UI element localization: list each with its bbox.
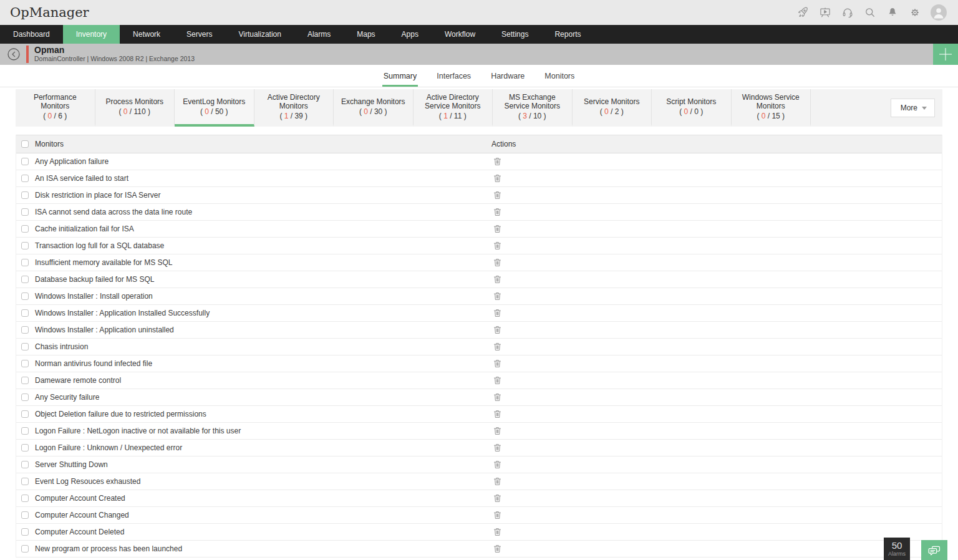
- delete-trash-icon[interactable]: [493, 275, 501, 284]
- settings-gear-icon[interactable]: [908, 6, 921, 19]
- delete-trash-icon[interactable]: [493, 191, 501, 200]
- nav-item[interactable]: Servers: [173, 25, 225, 44]
- row-checkbox[interactable]: [21, 478, 29, 485]
- delete-trash-icon[interactable]: [493, 410, 501, 418]
- more-button[interactable]: More: [891, 99, 935, 117]
- table-row: Windows Installer : Application uninstal…: [16, 322, 942, 339]
- delete-trash-icon[interactable]: [493, 157, 501, 166]
- delete-trash-icon[interactable]: [493, 460, 501, 469]
- device-subtitle: DomainController | Windows 2008 R2 | Exc…: [34, 55, 195, 63]
- nav-item[interactable]: Maps: [344, 25, 388, 44]
- delete-trash-icon[interactable]: [493, 359, 501, 368]
- row-checkbox[interactable]: [21, 276, 29, 283]
- monitor-tab-label: Active Directory Service Monitors: [417, 93, 489, 110]
- monitor-tab[interactable]: MS Exchange Service Monitors ( 3 / 10 ): [493, 89, 573, 127]
- row-checkbox[interactable]: [21, 410, 29, 418]
- page-tab[interactable]: Hardware: [490, 65, 526, 87]
- row-checkbox[interactable]: [21, 292, 29, 300]
- table-row: Logon Failure : NetLogon inactive or not…: [16, 423, 942, 440]
- delete-trash-icon[interactable]: [493, 511, 501, 519]
- delete-trash-icon[interactable]: [493, 174, 501, 183]
- monitor-tab[interactable]: Windows Service Monitors ( 0 / 15 ): [732, 89, 811, 127]
- monitor-name: Computer Account Deleted: [35, 528, 124, 536]
- training-video-icon[interactable]: [818, 6, 831, 19]
- row-checkbox[interactable]: [21, 191, 29, 199]
- page-tab-label: Hardware: [491, 72, 525, 80]
- user-avatar[interactable]: [931, 4, 947, 21]
- row-checkbox[interactable]: [21, 495, 29, 502]
- delete-trash-icon[interactable]: [493, 376, 501, 385]
- row-checkbox[interactable]: [21, 225, 29, 233]
- delete-trash-icon[interactable]: [493, 326, 501, 334]
- monitor-name: Windows Installer : Install operation: [35, 292, 153, 301]
- add-button[interactable]: [933, 44, 958, 65]
- nav-item[interactable]: Inventory: [63, 25, 120, 44]
- rocket-icon[interactable]: [796, 6, 809, 19]
- row-checkbox[interactable]: [21, 259, 29, 266]
- row-checkbox[interactable]: [21, 158, 29, 165]
- monitor-tab-count: ( 0 / 30 ): [359, 107, 387, 116]
- page-tab[interactable]: Monitors: [543, 65, 576, 87]
- nav-item[interactable]: Network: [120, 25, 173, 44]
- delete-trash-icon[interactable]: [493, 427, 501, 435]
- nav-item[interactable]: Workflow: [432, 25, 488, 44]
- delete-trash-icon[interactable]: [493, 544, 501, 553]
- row-checkbox[interactable]: [21, 528, 29, 536]
- nav-item[interactable]: Alarms: [294, 25, 344, 44]
- nav-item[interactable]: Dashboard: [0, 25, 63, 44]
- nav-item[interactable]: Reports: [541, 25, 594, 44]
- row-checkbox[interactable]: [21, 393, 29, 401]
- monitor-tab-label: Service Monitors: [584, 97, 639, 106]
- notifications-bell-icon[interactable]: [886, 6, 899, 19]
- delete-trash-icon[interactable]: [493, 393, 501, 402]
- delete-trash-icon[interactable]: [493, 258, 501, 267]
- nav-item[interactable]: Settings: [488, 25, 541, 44]
- monitor-tab[interactable]: Script Monitors ( 0 / 0 ): [652, 89, 732, 127]
- row-checkbox[interactable]: [21, 545, 29, 553]
- monitor-name: Windows Installer : Application uninstal…: [35, 326, 174, 334]
- delete-trash-icon[interactable]: [493, 224, 501, 233]
- row-checkbox[interactable]: [21, 343, 29, 350]
- chat-button[interactable]: [921, 540, 947, 560]
- delete-trash-icon[interactable]: [493, 443, 501, 452]
- support-headset-icon[interactable]: [841, 6, 854, 19]
- nav-item[interactable]: Virtualization: [225, 25, 294, 44]
- table-row: Any Security failure: [16, 389, 942, 406]
- row-checkbox[interactable]: [21, 309, 29, 317]
- delete-trash-icon[interactable]: [493, 309, 501, 317]
- row-checkbox[interactable]: [21, 444, 29, 451]
- monitor-tab[interactable]: Active Directory Service Monitors ( 1 / …: [414, 89, 493, 127]
- delete-trash-icon[interactable]: [493, 528, 501, 536]
- monitor-name: Computer Account Created: [35, 494, 125, 503]
- row-checkbox[interactable]: [21, 242, 29, 249]
- row-checkbox[interactable]: [21, 461, 29, 468]
- delete-trash-icon[interactable]: [493, 477, 501, 486]
- page-tab[interactable]: Summary: [382, 65, 418, 87]
- monitor-tab[interactable]: Performance Monitors ( 0 / 6 ): [16, 89, 95, 127]
- page-tab[interactable]: Interfaces: [435, 65, 472, 87]
- row-checkbox[interactable]: [21, 511, 29, 519]
- row-checkbox[interactable]: [21, 208, 29, 216]
- nav-item[interactable]: Apps: [389, 25, 432, 44]
- select-all-checkbox[interactable]: [21, 140, 29, 148]
- alarms-badge[interactable]: 50 Alarms: [884, 538, 910, 560]
- row-checkbox[interactable]: [21, 326, 29, 334]
- row-checkbox[interactable]: [21, 360, 29, 367]
- monitor-tab[interactable]: Active Directory Monitors ( 1 / 39 ): [254, 89, 334, 127]
- monitor-tab[interactable]: Service Monitors ( 0 / 2 ): [573, 89, 652, 127]
- row-checkbox[interactable]: [21, 175, 29, 182]
- search-icon[interactable]: [863, 6, 876, 19]
- delete-trash-icon[interactable]: [493, 241, 501, 250]
- delete-trash-icon[interactable]: [493, 342, 501, 351]
- monitor-tab[interactable]: Exchange Monitors ( 0 / 30 ): [334, 89, 414, 127]
- alarm-count: 50: [892, 541, 902, 551]
- back-icon[interactable]: [6, 47, 21, 62]
- delete-trash-icon[interactable]: [493, 292, 501, 301]
- row-checkbox[interactable]: [21, 427, 29, 435]
- monitor-tab[interactable]: EventLog Monitors ( 0 / 50 ): [175, 89, 254, 127]
- delete-trash-icon[interactable]: [493, 208, 501, 216]
- row-checkbox[interactable]: [21, 377, 29, 384]
- delete-trash-icon[interactable]: [493, 494, 501, 503]
- app-logo: OpManager: [10, 5, 89, 20]
- monitor-tab[interactable]: Process Monitors ( 0 / 110 ): [95, 89, 175, 127]
